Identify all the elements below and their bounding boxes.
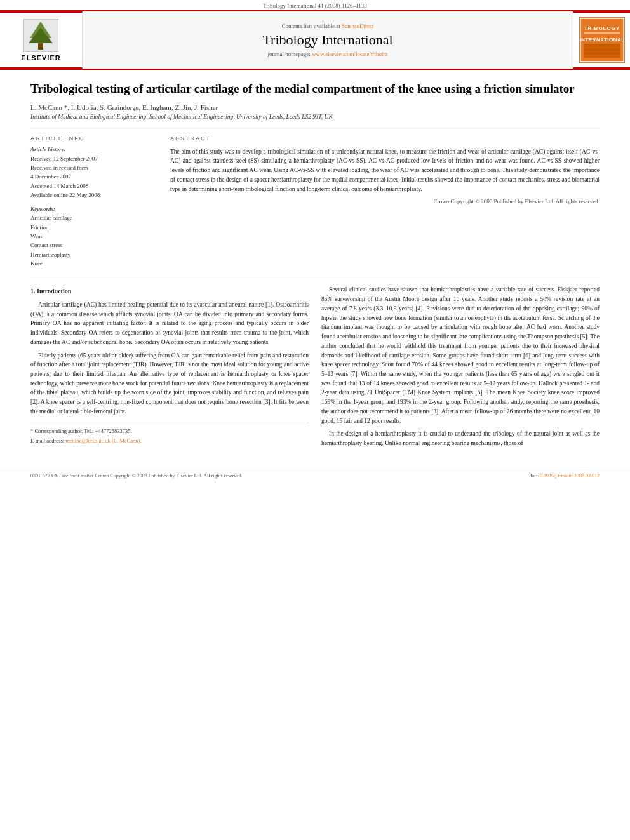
keywords-block: Keywords: Articular cartilage Friction W… [30,205,158,269]
keyword-item: Knee [30,259,158,268]
journal-center-info: Contents lists available at ScienceDirec… [83,11,573,69]
footer-doi: doi:10.1016/j.triboint.2008.03.012 [530,473,600,479]
article-main: Tribological testing of articular cartil… [0,70,630,463]
body-left-column: 1. Introduction Articular cartilage (AC)… [30,285,309,451]
keyword-item: Friction [30,223,158,232]
body-right-column: Several clinical studies have shown that… [321,285,600,451]
svg-text:TRIBOLOGY: TRIBOLOGY [584,25,620,31]
email-link[interactable]: menlnc@leeds.ac.uk (L. McCann). [65,437,141,444]
keywords-list: Articular cartilage Friction Wear Contac… [30,213,158,268]
article-received-date: Received 12 September 2007 [30,154,158,163]
footnotes: * Corresponding author. Tel.: +447725833… [30,423,309,445]
svg-text:INTERNATIONAL: INTERNATIONAL [579,37,624,43]
article-revised-label: Received in revised form [30,163,158,172]
keyword-item: Articular cartilage [30,213,158,222]
keyword-item: Contact stress [30,241,158,250]
copyright-notice: Crown Copyright © 2008 Published by Else… [170,197,600,206]
body-rule [30,277,600,277]
corresponding-author-note: * Corresponding author. Tel.: +447725833… [30,427,309,436]
keyword-item: Hemiarthroplasty [30,250,158,259]
journal-header: ELSEVIER Contents lists available at Sci… [0,10,630,70]
body-para-1: Articular cartilage (AC) has limited hea… [30,300,309,347]
abstract-text: The aim of this study was to develop a t… [170,147,600,194]
journal-title: Tribology International [262,32,392,48]
article-title: Tribological testing of articular cartil… [30,81,600,97]
article-authors: L. McCann *, I. Udofia, S. Graindorge, E… [30,103,600,111]
article-revised-date: 4 December 2007 [30,172,158,181]
page-footer: 0301-679X/$ - see front matter Crown Cop… [0,470,630,481]
article-affiliation: Institute of Medical and Biological Engi… [30,114,600,120]
svg-rect-10 [584,44,620,58]
email-note: E-mail address: menlnc@leeds.ac.uk (L. M… [30,437,309,445]
sciencedirect-line: Contents lists available at ScienceDirec… [282,23,374,29]
journal-reference: Tribology International 41 (2008) 1126–1… [0,0,630,10]
article-history-label: Article history: [30,145,158,154]
sciencedirect-link[interactable]: ScienceDirect [342,23,373,29]
body-right-para-2: In the design of a hemiarthroplasty it i… [321,429,600,448]
elsevier-logo-area: ELSEVIER [0,11,83,69]
footer-copyright: 0301-679X/$ - see front matter Crown Cop… [30,473,243,479]
abstract-section: ABSTRACT The aim of this study was to de… [170,135,600,269]
article-info-column: ARTICLE INFO Article history: Received 1… [30,135,158,269]
body-right-para-1: Several clinical studies have shown that… [321,285,600,425]
body-para-2: Elderly patients (65 years old or older)… [30,351,309,417]
article-history-block: Article history: Received 12 September 2… [30,145,158,199]
keywords-label: Keywords: [30,205,158,214]
article-available-date: Available online 22 May 2008 [30,190,158,199]
svg-rect-3 [38,43,43,50]
info-abstract-section: ARTICLE INFO Article history: Received 1… [30,135,600,269]
elsevier-tree-icon [23,19,58,52]
article-accepted-date: Accepted 14 March 2008 [30,182,158,190]
article-rule [30,128,600,128]
doi-link[interactable]: 10.1016/j.triboint.2008.03.012 [537,473,600,479]
elsevier-wordmark: ELSEVIER [21,54,60,62]
article-info-label: ARTICLE INFO [30,135,158,143]
abstract-label: ABSTRACT [170,135,600,143]
homepage-url[interactable]: www.elsevier.com/locate/triboint [312,51,387,57]
tribology-badge-graphic: TRIBOLOGY INTERNATIONAL [579,17,625,63]
tribology-badge: TRIBOLOGY INTERNATIONAL [579,17,625,63]
homepage-line: journal homepage: www.elsevier.com/locat… [268,51,388,57]
keyword-item: Wear [30,232,158,241]
section1-heading: 1. Introduction [30,286,309,297]
body-columns: 1. Introduction Articular cartilage (AC)… [30,285,600,451]
tribology-badge-area: TRIBOLOGY INTERNATIONAL [573,11,630,69]
